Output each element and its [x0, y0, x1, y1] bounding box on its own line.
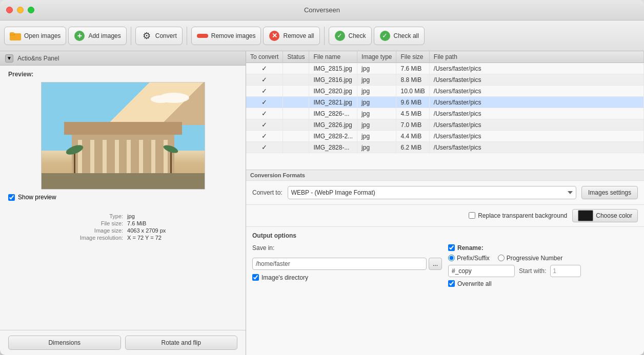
images-directory-row: Image's directory — [252, 274, 442, 281]
remove-all-label: Remove all — [283, 32, 314, 39]
check-all-button[interactable]: ✓ Check all — [374, 27, 425, 45]
rename-header: Rename: — [448, 244, 638, 252]
preview-label: Preview: — [8, 71, 237, 78]
type-cell: jpg — [357, 63, 396, 74]
size-cell: 6.2 MiB — [396, 142, 429, 153]
panel-title: Actio&ns Panel — [17, 55, 59, 62]
remove-all-icon: ✕ — [269, 30, 280, 41]
convert-button[interactable]: ⚙ Convert — [135, 27, 183, 45]
check-button[interactable]: ✓ Check — [329, 27, 372, 45]
svg-rect-3 — [197, 34, 208, 38]
resolution-value: X = 72 Y = 72 — [127, 235, 227, 241]
table-row: ✓ IMG_2828.jpg jpg 4.3 MiB /Users/faster… — [246, 153, 644, 154]
piazza — [42, 173, 205, 189]
suffix-row: Start with: — [448, 265, 638, 277]
preview-image — [42, 82, 205, 189]
replace-background-row: Replace transparent background Choose co… — [246, 205, 644, 227]
output-section: Output options Save in: ... — [246, 227, 644, 356]
image-metadata: Type: jpg File size: 7.6 MiB Image size:… — [8, 213, 237, 241]
left-panel-buttons: Dimensions Rotate and flip — [0, 330, 246, 355]
maximize-button[interactable] — [28, 7, 34, 13]
filename-cell: IMG_2826-... — [309, 108, 357, 119]
choose-color-button[interactable]: Choose color — [572, 209, 638, 222]
type-cell: jpg — [357, 97, 396, 108]
size-cell: 8.8 MiB — [396, 74, 429, 86]
check-cell: ✓ — [246, 131, 283, 142]
status-cell — [283, 131, 309, 142]
remove-all-button[interactable]: ✕ Remove all — [263, 27, 319, 45]
size-cell: 4.3 MiB — [396, 153, 429, 154]
clouds-decoration — [158, 93, 189, 103]
type-label: Type: — [18, 213, 123, 219]
start-with-input[interactable] — [550, 265, 581, 277]
check-cell: ✓ — [246, 142, 283, 153]
add-images-button[interactable]: + Add images — [68, 27, 126, 45]
images-directory-checkbox[interactable] — [252, 274, 259, 281]
rotate-flip-button[interactable]: Rotate and flip — [125, 336, 238, 350]
type-cell: jpg — [357, 142, 396, 153]
size-cell: 10.0 MiB — [396, 86, 429, 97]
output-right-col: Rename: Prefix/Suffix Progressive Number — [448, 244, 638, 287]
check-all-icon: ✓ — [379, 30, 391, 41]
type-cell: jpg — [357, 74, 396, 86]
type-value: jpg — [127, 213, 227, 219]
check-cell: ✓ — [246, 97, 283, 108]
suffix-input[interactable] — [448, 265, 515, 277]
save-path-input[interactable] — [252, 258, 427, 270]
table-row: ✓ IMG_2821.jpg jpg 9.6 MiB /Users/faster… — [246, 97, 644, 108]
col-to-convert: To convert — [246, 51, 283, 63]
collapse-button[interactable]: ▼ — [5, 54, 13, 62]
preview-image-container — [41, 82, 205, 190]
prefix-suffix-radio[interactable] — [448, 255, 455, 261]
save-in-label: Save in: — [252, 244, 442, 252]
separator-1 — [131, 27, 131, 45]
check-cell: ✓ — [246, 74, 283, 86]
filename-cell: IMG_2828.jpg — [309, 153, 357, 154]
svg-rect-2 — [10, 32, 14, 35]
show-preview-label: Show preview — [18, 194, 56, 201]
rename-section: Rename: Prefix/Suffix Progressive Number — [448, 244, 638, 287]
column — [127, 140, 131, 173]
check-all-label: Check all — [394, 32, 419, 39]
check-cell: ✓ — [246, 86, 283, 97]
show-preview-row: Show preview — [8, 194, 237, 201]
file-table-scroll[interactable]: To convert Status File name Image type F… — [246, 51, 644, 154]
path-cell: /Users/faster/pics — [429, 142, 643, 153]
open-images-button[interactable]: Open images — [4, 27, 66, 45]
filename-cell: IMG_2828-... — [309, 142, 357, 153]
images-settings-button[interactable]: Images settings — [581, 186, 638, 199]
progressive-number-radio[interactable] — [498, 255, 505, 261]
check-cell: ✓ — [246, 119, 283, 131]
close-button[interactable] — [6, 7, 13, 13]
column — [115, 140, 119, 173]
replace-bg-checkbox[interactable] — [469, 212, 475, 219]
show-preview-checkbox[interactable] — [8, 194, 15, 201]
column — [103, 140, 107, 173]
right-panel: To convert Status File name Image type F… — [246, 51, 644, 355]
check-cell: ✓ — [246, 153, 283, 154]
folder-icon — [10, 30, 21, 41]
titlebar: Converseen — [0, 0, 644, 20]
col-filename: File name — [309, 51, 357, 63]
left-panel: ▼ Actio&ns Panel Preview: — [0, 51, 246, 355]
status-cell — [283, 97, 309, 108]
status-cell — [283, 74, 309, 86]
status-cell — [283, 108, 309, 119]
filename-cell: IMG_2828-2... — [309, 131, 357, 142]
format-select[interactable]: WEBP - (WebP Image Format) JPG - (JPEG I… — [288, 186, 576, 199]
palm-tree — [71, 146, 78, 174]
col-file-size: File size — [396, 51, 429, 63]
remove-images-button[interactable]: Remove images — [191, 27, 261, 45]
col-status: Status — [283, 51, 309, 63]
output-left-col: Save in: ... Image's directory — [252, 244, 442, 287]
conversion-formats-header: Conversion Formats — [246, 170, 644, 181]
browse-button[interactable]: ... — [429, 258, 442, 270]
add-icon: + — [74, 30, 85, 41]
overwrite-all-checkbox[interactable] — [448, 280, 455, 287]
dimensions-button[interactable]: Dimensions — [8, 336, 121, 350]
status-cell — [283, 63, 309, 74]
convert-to-label: Convert to: — [252, 189, 283, 196]
table-row: ✓ IMG_2820.jpg jpg 10.0 MiB /Users/faste… — [246, 86, 644, 97]
minimize-button[interactable] — [17, 7, 24, 13]
rename-checkbox[interactable] — [448, 244, 455, 251]
